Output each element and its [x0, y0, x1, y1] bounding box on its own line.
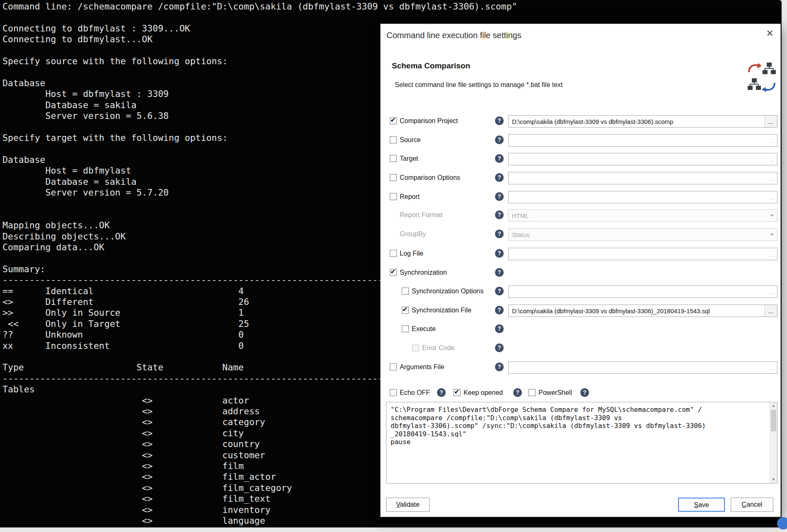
- browse-ellipsis[interactable]: ...: [765, 288, 777, 295]
- comparison-project-value: D:\comp\sakila (dbfmylast-3309 vs dbfmyl…: [509, 118, 764, 125]
- comparison-options-field[interactable]: ...: [508, 172, 777, 184]
- help-icon[interactable]: ?: [495, 343, 504, 352]
- target-checkbox[interactable]: [390, 155, 397, 162]
- synchronization-options-field[interactable]: ...: [508, 285, 777, 298]
- help-icon[interactable]: ?: [495, 154, 504, 163]
- synchronization-checkbox[interactable]: [390, 269, 397, 276]
- command-line-settings-dialog: Command line execution file settings ✕ S…: [380, 24, 781, 517]
- row-target: Target ? ...: [381, 152, 780, 166]
- help-icon[interactable]: ?: [495, 192, 504, 201]
- browse-ellipsis[interactable]: ...: [765, 251, 777, 258]
- schema-comparison-icon: [747, 62, 777, 93]
- help-icon[interactable]: ?: [495, 173, 504, 182]
- help-icon[interactable]: ?: [495, 230, 504, 238]
- close-icon[interactable]: ✕: [766, 28, 774, 39]
- powershell-label: PowerShell: [538, 389, 572, 397]
- log-file-label: Log File: [400, 250, 423, 257]
- scrollbar-thumb[interactable]: [771, 410, 776, 431]
- comparison-options-label: Comparison Options: [400, 174, 460, 181]
- help-icon[interactable]: ?: [495, 249, 504, 258]
- row-synchronization-file: Synchronization File ? D:\comp\sakila (d…: [381, 304, 780, 317]
- synchronization-file-checkbox[interactable]: [402, 307, 409, 314]
- report-format-value: HTML: [509, 212, 767, 219]
- dropdown-arrow-icon: [767, 210, 777, 221]
- browse-ellipsis[interactable]: ...: [765, 156, 777, 163]
- bat-file-preview: "C:\Program Files\Devart\dbForge Schema …: [386, 402, 777, 484]
- comparison-project-field[interactable]: D:\comp\sakila (dbfmylast-3309 vs dbfmyl…: [508, 115, 777, 128]
- error-code-checkbox: [412, 344, 419, 351]
- synchronization-options-label: Synchronization Options: [412, 288, 483, 295]
- keep-opened-label: Keep opened: [464, 389, 503, 397]
- synchronization-options-checkbox[interactable]: [402, 288, 409, 295]
- help-icon[interactable]: ?: [495, 268, 504, 277]
- report-format-label: Report Format: [400, 211, 442, 219]
- cancel-button[interactable]: Cancel: [731, 498, 773, 512]
- row-report-format: Report Format ? HTML: [381, 209, 780, 222]
- browse-ellipsis[interactable]: ...: [765, 137, 777, 144]
- comparison-options-checkbox[interactable]: [390, 174, 397, 181]
- row-error-code: Error Code ?: [381, 342, 780, 355]
- row-toggles: Echo OFF ? Keep opened ? PowerShell ?: [381, 387, 780, 400]
- row-log-file: Log File ? ...: [381, 247, 780, 261]
- report-format-dropdown: HTML: [508, 209, 777, 222]
- browse-ellipsis[interactable]: ...: [765, 194, 777, 201]
- source-checkbox[interactable]: [390, 136, 397, 143]
- error-code-label: Error Code: [422, 344, 454, 352]
- target-field[interactable]: ...: [508, 153, 777, 165]
- log-file-checkbox[interactable]: [390, 250, 397, 257]
- browse-ellipsis[interactable]: ...: [765, 364, 777, 371]
- help-icon[interactable]: ?: [580, 388, 589, 397]
- execute-checkbox[interactable]: [402, 325, 409, 332]
- help-icon[interactable]: ?: [495, 210, 504, 219]
- report-label: Report: [400, 193, 420, 201]
- bat-file-text[interactable]: "C:\Program Files\Devart\dbForge Schema …: [391, 406, 766, 446]
- execute-label: Execute: [412, 325, 436, 333]
- dialog-title: Command line execution file settings: [386, 31, 521, 40]
- source-field[interactable]: ...: [508, 134, 777, 147]
- groupby-dropdown: Status: [508, 228, 777, 241]
- target-label: Target: [400, 155, 418, 162]
- row-comparison-options: Comparison Options ? ...: [381, 172, 780, 185]
- section-subtitle: Select command line file settings to man…: [395, 81, 563, 89]
- row-execute: Execute ?: [381, 323, 780, 336]
- help-icon[interactable]: ?: [495, 135, 504, 144]
- row-arguments-file: Arguments File ? ...: [381, 361, 780, 374]
- comparison-project-checkbox[interactable]: [390, 117, 397, 124]
- groupby-value: Status: [509, 231, 767, 238]
- scroll-up-icon[interactable]: ▲: [770, 402, 777, 409]
- log-file-field[interactable]: ...: [508, 248, 777, 260]
- help-icon[interactable]: ?: [495, 287, 504, 295]
- echo-off-checkbox[interactable]: [390, 389, 397, 396]
- help-icon[interactable]: ?: [495, 306, 504, 314]
- arguments-file-checkbox[interactable]: [390, 363, 397, 370]
- help-icon[interactable]: ?: [495, 116, 504, 125]
- validate-button[interactable]: Validate: [386, 498, 430, 512]
- help-icon[interactable]: ?: [437, 388, 446, 397]
- row-report: Report ? ...: [381, 191, 780, 204]
- save-button[interactable]: Save: [678, 498, 725, 512]
- echo-off-label: Echo OFF: [400, 389, 430, 397]
- synchronization-file-field[interactable]: D:\comp\sakila (dbfmylast-3309 vs dbfmyl…: [508, 305, 777, 317]
- browse-button[interactable]: ...: [764, 305, 777, 317]
- help-icon[interactable]: ?: [495, 324, 504, 333]
- synchronization-file-label: Synchronization File: [412, 307, 471, 314]
- report-field[interactable]: ...: [508, 191, 777, 203]
- report-checkbox[interactable]: [390, 193, 397, 200]
- scrollbar[interactable]: ▲ ▼: [770, 402, 777, 483]
- scroll-down-icon[interactable]: ▼: [770, 476, 777, 483]
- help-icon[interactable]: ?: [513, 388, 522, 397]
- browse-ellipsis[interactable]: ...: [765, 175, 777, 182]
- dropdown-arrow-icon: [767, 229, 777, 240]
- screen-corner-artifact: [777, 517, 787, 530]
- comparison-project-label: Comparison Project: [400, 117, 458, 125]
- arguments-file-field[interactable]: ...: [508, 361, 777, 374]
- browse-button[interactable]: ...: [764, 116, 777, 127]
- keep-opened-checkbox[interactable]: [454, 389, 461, 396]
- help-icon[interactable]: ?: [495, 363, 504, 371]
- groupby-label: GroupBy: [400, 230, 426, 238]
- powershell-checkbox[interactable]: [529, 389, 536, 396]
- cancel-button-label: Cancel: [731, 498, 773, 511]
- row-groupby: GroupBy ? Status: [381, 228, 780, 241]
- arguments-file-label: Arguments File: [400, 363, 444, 371]
- row-source: Source ? ...: [381, 134, 780, 147]
